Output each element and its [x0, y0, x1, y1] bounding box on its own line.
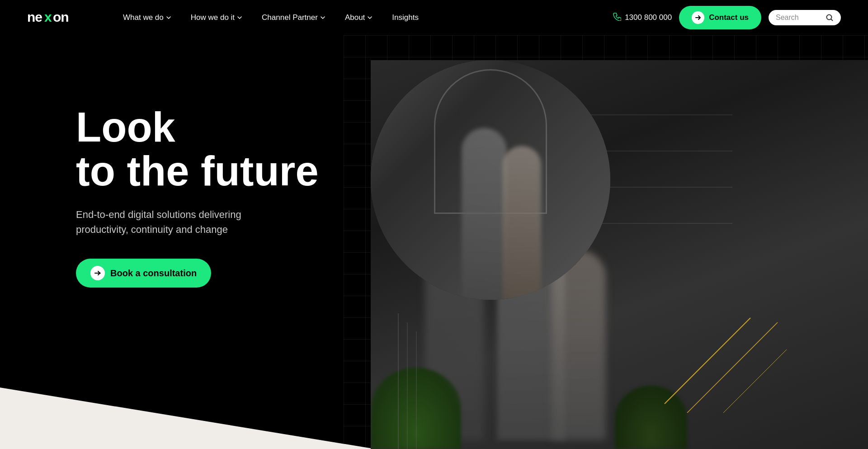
chevron-down-icon [166, 16, 171, 19]
svg-text:on: on [53, 9, 69, 24]
chevron-down-icon [368, 16, 372, 19]
nav-item-insights[interactable]: Insights [382, 0, 429, 35]
search-bar[interactable] [769, 10, 841, 25]
phone-icon [613, 13, 621, 23]
nav-links: What we do How we do it Channel Partner … [113, 0, 613, 35]
nav-item-how-we-do-it[interactable]: How we do it [181, 0, 252, 35]
nav-item-about[interactable]: About [335, 0, 382, 35]
svg-text:ne: ne [27, 9, 42, 24]
nav-right: 1300 800 000 Contact us [613, 6, 841, 29]
nav-item-channel-partner[interactable]: Channel Partner [252, 0, 335, 35]
search-button[interactable] [826, 14, 834, 22]
search-input[interactable] [776, 14, 822, 22]
diagonal-shape [0, 295, 375, 449]
chevron-down-icon [237, 16, 242, 19]
yellow-geometric-lines [660, 313, 787, 413]
hero-content: Look to the future End-to-end digital so… [76, 105, 319, 288]
navigation: ne x on What we do How we do it Channel … [0, 0, 868, 35]
phone-number[interactable]: 1300 800 000 [613, 13, 672, 23]
hero-circle-image [371, 60, 610, 300]
hero-section: Look to the future End-to-end digital so… [0, 35, 868, 449]
hero-subtitle: End-to-end digital solutions delivering … [76, 207, 293, 237]
hero-title: Look to the future [76, 105, 319, 193]
logo[interactable]: ne x on [27, 8, 86, 27]
arrow-right-icon [90, 266, 105, 280]
nav-item-what-we-do[interactable]: What we do [113, 0, 181, 35]
book-consultation-button[interactable]: Book a consultation [76, 259, 211, 288]
contact-us-button[interactable]: Contact us [679, 6, 761, 29]
svg-text:x: x [44, 9, 52, 24]
chevron-down-icon [321, 16, 325, 19]
arrow-right-icon [692, 11, 704, 24]
search-icon [826, 14, 834, 22]
